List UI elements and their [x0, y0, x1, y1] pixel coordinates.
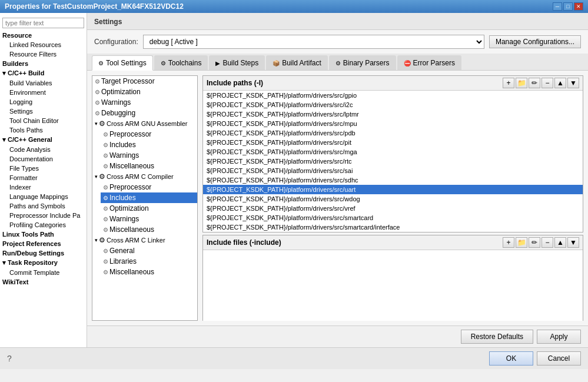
include-files-list[interactable] [203, 250, 583, 321]
config-dropdown[interactable]: debug [ Active ] [143, 35, 484, 49]
sidebar-item-linux-tools-path[interactable]: Linux Tools Path [0, 230, 87, 239]
sidebar-item-logging[interactable]: Logging [0, 97, 87, 107]
include-path-item[interactable]: ${PROJECT_KSDK_PATH}/platform/drivers/sr… [203, 222, 583, 232]
tab-binary-parsers[interactable]: ⚙ Binary Parsers [329, 55, 396, 70]
sidebar-item-build-variables[interactable]: Build Variables [0, 78, 87, 88]
sidebar-item-resource-filters[interactable]: Resource Filters [0, 49, 87, 59]
tree-item-asm-warnings[interactable]: ⚙ Warnings [101, 150, 197, 161]
tree-item-linker-general[interactable]: ⚙ General [101, 245, 197, 256]
maximize-button[interactable]: □ [563, 2, 573, 11]
include-paths-header: Include paths (-I) + 📁 ✏ [203, 76, 583, 91]
tree-item-cross-arm-c-linker[interactable]: ▾ ⚙ Cross ARM C Linker [92, 235, 197, 245]
tab-build-steps[interactable]: ▶ Build Steps [209, 55, 265, 70]
restore-defaults-button[interactable]: Restore Defaults [461, 330, 533, 344]
sidebar-item-language-mappings[interactable]: Language Mappings [0, 192, 87, 201]
tree-item-cross-arm-c-compiler[interactable]: ▾ ⚙ Cross ARM C Compiler [92, 171, 197, 182]
tree-item-c-warnings[interactable]: ⚙ Warnings [101, 214, 197, 224]
include-path-item[interactable]: ${PROJECT_KSDK_PATH}/platform/drivers/sr… [203, 204, 583, 213]
sidebar-item-cpp-build[interactable]: ▾ C/C++ Build [0, 68, 87, 78]
sidebar-item-task-repository[interactable]: ▾ Task Repository [0, 258, 87, 268]
add-include-file-button[interactable]: + [503, 237, 514, 248]
include-path-item-selected[interactable]: ${PROJECT_KSDK_PATH}/platform/drivers/sr… [203, 185, 583, 194]
sidebar-item-preprocessor-include[interactable]: Preprocessor Include Pa [0, 211, 87, 220]
tree-icon: ⚙ [103, 269, 108, 275]
delete-include-file-button[interactable]: − [542, 237, 553, 248]
include-path-item[interactable]: ${PROJECT_KSDK_PATH}/platform/drivers/sr… [203, 138, 583, 147]
sidebar-item-formatter[interactable]: Formatter [0, 173, 87, 182]
expand-icon: ▾ [95, 121, 98, 127]
include-path-item[interactable]: ${PROJECT_KSDK_PATH}/platform/drivers/sr… [203, 157, 583, 166]
tree-item-target-processor[interactable]: ⚙ Target Processor [92, 76, 197, 87]
move-file-down-button[interactable]: ▼ [567, 237, 579, 248]
tree-icon: ⚙ [103, 216, 108, 222]
move-file-up-button[interactable]: ▲ [554, 237, 566, 248]
include-path-item[interactable]: ${PROJECT_KSDK_PATH}/platform/drivers/sr… [203, 175, 583, 185]
add-from-workspace-button[interactable]: 📁 [516, 78, 527, 88]
tree-item-asm-preprocessor[interactable]: ⚙ Preprocessor [101, 129, 197, 139]
sidebar-item-resource[interactable]: Resource [0, 31, 87, 40]
tree-item-c-preprocessor[interactable]: ⚙ Preprocessor [101, 182, 197, 192]
include-path-item[interactable]: ${PROJECT_KSDK_PATH}/platform/drivers/sr… [203, 194, 583, 204]
edit-include-file-button[interactable]: ✏ [529, 237, 540, 248]
sidebar-item-project-references[interactable]: Project References [0, 239, 87, 248]
ok-button[interactable]: OK [489, 351, 533, 366]
config-row: Configuration: debug [ Active ] Manage C… [87, 30, 588, 54]
edit-include-path-button[interactable]: ✏ [529, 78, 540, 88]
sidebar-item-tool-chain-editor[interactable]: Tool Chain Editor [0, 116, 87, 125]
include-path-item[interactable]: ${PROJECT_KSDK_PATH}/platform/drivers/sr… [203, 213, 583, 222]
sidebar-item-linked-resources[interactable]: Linked Resources [0, 40, 87, 49]
sidebar-item-builders[interactable]: Builders [0, 59, 87, 68]
help-icon[interactable]: ? [7, 354, 12, 363]
tree-item-warnings-top[interactable]: ⚙ Warnings [92, 97, 197, 108]
tree-item-optimization[interactable]: ⚙ Optimization [92, 87, 197, 97]
include-path-item[interactable]: ${PROJECT_KSDK_PATH}/platform/drivers/sr… [203, 119, 583, 128]
sidebar-item-cpp-general[interactable]: ▾ C/C++ General [0, 135, 87, 145]
include-path-item[interactable]: ${PROJECT_KSDK_PATH}/platform/drivers/sr… [203, 166, 583, 175]
sidebar-item-wikitext[interactable]: WikiText [0, 277, 87, 287]
sidebar-item-settings[interactable]: Settings [0, 107, 87, 116]
tab-build-artifact[interactable]: 📦 Build Artifact [266, 55, 328, 70]
tree-item-linker-libraries[interactable]: ⚙ Libraries [101, 256, 197, 267]
sidebar-item-file-types[interactable]: File Types [0, 164, 87, 173]
sidebar-item-tools-paths[interactable]: Tools Paths [0, 125, 87, 135]
tab-error-parsers[interactable]: ⛔ Error Parsers [397, 55, 461, 70]
manage-configurations-button[interactable]: Manage Configurations... [489, 35, 581, 48]
linker-children: ⚙ General ⚙ Libraries ⚙ Miscellaneous [92, 245, 197, 277]
include-path-item[interactable]: ${PROJECT_KSDK_PATH}/platform/drivers/sr… [203, 109, 583, 119]
close-button[interactable]: ✕ [574, 2, 583, 11]
include-paths-list[interactable]: ${PROJECT_KSDK_PATH}/platform/drivers/sr… [203, 91, 583, 232]
tree-item-c-includes[interactable]: ⚙ Includes [101, 192, 197, 203]
cancel-button[interactable]: Cancel [537, 351, 581, 366]
sidebar-item-documentation[interactable]: Documentation [0, 154, 87, 164]
sidebar-item-code-analysis[interactable]: Code Analysis [0, 145, 87, 154]
tree-item-c-misc[interactable]: ⚙ Miscellaneous [101, 224, 197, 235]
tree-item-asm-misc[interactable]: ⚙ Miscellaneous [101, 161, 197, 171]
minimize-button[interactable]: ─ [553, 2, 562, 11]
apply-button[interactable]: Apply [537, 330, 581, 344]
tab-toolchains[interactable]: ⚙ Toolchains [154, 55, 208, 70]
move-down-button[interactable]: ▼ [567, 78, 579, 88]
include-path-item[interactable]: ${PROJECT_KSDK_PATH}/platform/drivers/sr… [203, 147, 583, 157]
tree-item-linker-misc[interactable]: ⚙ Miscellaneous [101, 267, 197, 277]
move-up-button[interactable]: ▲ [554, 78, 566, 88]
sidebar-item-commit-template[interactable]: Commit Template [0, 268, 87, 277]
include-paths-section: Include paths (-I) + 📁 ✏ [202, 75, 583, 232]
include-path-item[interactable]: ${PROJECT_KSDK_PATH}/platform/drivers/sr… [203, 100, 583, 109]
sidebar-item-indexer[interactable]: Indexer [0, 182, 87, 192]
add-file-from-workspace-button[interactable]: 📁 [516, 237, 527, 248]
tab-tool-settings[interactable]: ⚙ Tool Settings [92, 55, 153, 71]
sidebar-filter-input[interactable] [2, 18, 84, 28]
sidebar-item-environment[interactable]: Environment [0, 88, 87, 97]
tree-item-debugging[interactable]: ⚙ Debugging [92, 108, 197, 118]
tree-item-asm-includes[interactable]: ⚙ Includes [101, 139, 197, 150]
delete-include-path-button[interactable]: − [542, 78, 553, 88]
tree-item-c-optimization[interactable]: ⚙ Optimization [101, 203, 197, 214]
sidebar-item-run-debug-settings[interactable]: Run/Debug Settings [0, 248, 87, 258]
tabs-row: ⚙ Tool Settings ⚙ Toolchains ▶ Build Ste… [87, 54, 588, 71]
tree-item-cross-arm-assembler[interactable]: ▾ ⚙ Cross ARM GNU Assembler [92, 118, 197, 129]
sidebar-item-profiling-categories[interactable]: Profiling Categories [0, 220, 87, 230]
add-include-path-button[interactable]: + [503, 78, 514, 88]
include-path-item[interactable]: ${PROJECT_KSDK_PATH}/platform/drivers/sr… [203, 91, 583, 100]
sidebar-item-paths-symbols[interactable]: Paths and Symbols [0, 201, 87, 211]
include-path-item[interactable]: ${PROJECT_KSDK_PATH}/platform/drivers/sr… [203, 128, 583, 138]
